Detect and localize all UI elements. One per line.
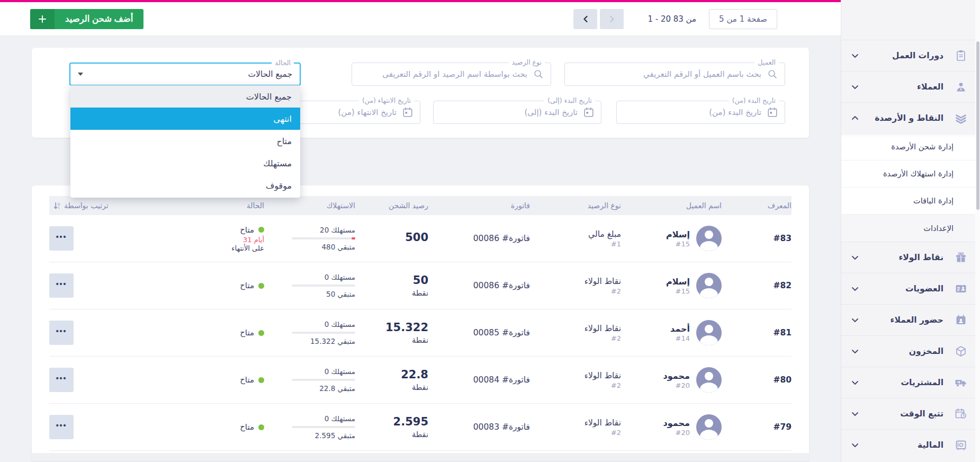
remaining-text: 50 متبقي <box>326 290 355 298</box>
client-name: إسلام <box>666 277 690 287</box>
client-name: محمود <box>663 371 690 381</box>
status-option-consumed[interactable]: مستهلك <box>70 152 300 174</box>
row-id: #83 <box>722 234 792 243</box>
vertical-scrollbar[interactable] <box>975 0 980 462</box>
clipboard-icon <box>954 49 968 63</box>
consumption-progress-bar <box>292 237 355 239</box>
status-select-field: الحالة جميع الحالات جميع الحالات انتهى م… <box>69 63 301 86</box>
table-row: #82 إسلام #15 نقاط الولاء #2 فاتورة# 000… <box>49 262 792 309</box>
balance-type-search-field: نوع الرصيد <box>352 63 551 86</box>
header-sort-by[interactable]: ترتيب بواسطة <box>49 201 178 210</box>
chevron-down-icon <box>851 348 859 355</box>
sidebar-item-label: تتبع الوقت <box>859 409 943 419</box>
scrollbar-thumb[interactable] <box>976 41 979 210</box>
sidebar-subitem-settings[interactable]: الإعدادات <box>841 215 980 242</box>
client-cell: إسلام #15 <box>621 226 722 251</box>
charge-balance-cell: 50 نقطة <box>355 274 428 297</box>
add-button-label: أضف شحن الرصيد <box>55 9 143 29</box>
client-cell: أحمد #14 <box>621 320 722 345</box>
avatar <box>696 414 722 440</box>
search-icon <box>533 68 544 80</box>
sidebar-item-time-tracking[interactable]: تتبع الوقت <box>841 398 980 429</box>
sidebar-item-label: نقاط الولاء <box>859 253 943 262</box>
invoice-cell: فاتورة# 00086 <box>428 234 530 243</box>
header-balance-type[interactable]: نوع الرصيد <box>530 201 621 210</box>
table-row: #81 أحمد #14 نقاط الولاء #2 فاتورة# 0008… <box>49 309 792 357</box>
add-balance-charge-button[interactable]: أضف شحن الرصيد <box>30 9 143 29</box>
sidebar-item-loyalty-points[interactable]: نقاط الولاء <box>841 242 980 273</box>
truck-icon <box>954 376 968 389</box>
balance-type-cell: نقاط الولاء #2 <box>530 417 621 436</box>
chevron-down-icon <box>851 254 859 261</box>
balance-type-cell: نقاط الولاء #2 <box>530 276 621 295</box>
row-actions-button[interactable]: ••• <box>49 226 74 251</box>
table-row: #79 محمود #20 نقاط الولاء #2 فاتورة# 000… <box>49 404 792 451</box>
sidebar-subitem-consume-balances[interactable]: إدارة استهلاك الأرصدة <box>841 161 980 188</box>
avatar <box>696 226 722 251</box>
header-consumption[interactable]: الاستهلاك <box>264 201 355 210</box>
chevron-down-icon <box>851 285 859 292</box>
sidebar-item-work-cycles[interactable]: دورات العمل <box>841 40 980 71</box>
sidebar-item-finance[interactable]: المالية <box>841 429 980 460</box>
sidebar-item-inventory[interactable]: المخزون <box>841 335 980 367</box>
balance-type-name: نقاط الولاء <box>530 370 621 381</box>
gift-icon <box>954 251 968 264</box>
row-id: #80 <box>722 375 792 385</box>
consumption-progress-bar <box>292 426 355 428</box>
avatar <box>696 273 722 298</box>
client-search-field: العميل <box>564 63 785 86</box>
header-status[interactable]: الحالة <box>178 201 264 210</box>
row-actions-cell: ••• <box>49 273 178 298</box>
client-cell: محمود #20 <box>621 367 722 393</box>
sidebar-item-label: النقاط و الأرصدة <box>859 113 943 123</box>
client-id: #15 <box>666 287 690 295</box>
header-id[interactable]: المعرف <box>722 201 792 210</box>
status-option-expired[interactable]: انتهى <box>70 108 300 130</box>
client-id: #20 <box>663 429 690 437</box>
sidebar-item-purchases[interactable]: المشتريات <box>841 367 980 398</box>
status-option-suspended[interactable]: موقوف <box>70 174 300 197</box>
calendar-person-icon <box>954 313 968 327</box>
row-actions-button[interactable]: ••• <box>49 321 74 345</box>
status-select[interactable]: جميع الحالات <box>70 64 300 85</box>
status-green-dot-icon <box>258 330 264 336</box>
page-content: العميل نوع الرصيد الحالة جميع الحالات <box>0 36 841 462</box>
sidebar-item-points-balances[interactable]: النقاط و الأرصدة <box>841 102 980 134</box>
sidebar-item-clients[interactable]: العملاء <box>841 71 980 102</box>
balance-type-id: #1 <box>530 240 621 248</box>
status-green-dot-icon <box>258 377 264 383</box>
row-actions-button[interactable]: ••• <box>49 415 74 439</box>
invoice-cell: فاتورة# 00083 <box>428 422 530 432</box>
header-invoice[interactable]: فاتورة <box>428 201 530 210</box>
remaining-text: 480 متبقي <box>321 243 355 251</box>
start-date-to-label: تاريخ البدء (إلى) <box>544 96 595 105</box>
header-client-name[interactable]: اسم العميل <box>621 201 722 210</box>
balance-amount: 22.8 <box>355 368 428 381</box>
status-option-available[interactable]: متاح <box>70 130 300 152</box>
status-option-all[interactable]: جميع الحالات <box>70 85 300 108</box>
sidebar-item-label: المشتريات <box>859 378 943 387</box>
status-cell: متاح <box>178 328 264 338</box>
next-page-button[interactable] <box>600 9 624 29</box>
sidebar-subitem-packages[interactable]: إدارة الباقات <box>841 188 980 215</box>
row-actions-button[interactable]: ••• <box>49 273 74 298</box>
sidebar-subitem-charge-balances[interactable]: إدارة شحن الأرصدة <box>841 134 980 161</box>
consumed-text: 0 مستهلك <box>325 367 355 376</box>
balance-type-id: #2 <box>530 287 621 295</box>
header-charge-balance[interactable]: رصيد الشحن <box>355 201 428 210</box>
charge-balance-cell: 2.595 نقطة <box>355 415 428 439</box>
consumption-progress-bar <box>292 379 355 381</box>
avatar <box>696 367 722 393</box>
client-search-input[interactable] <box>565 63 785 85</box>
charge-balance-cell: 15.322 نقطة <box>355 321 428 344</box>
prev-page-button[interactable] <box>573 9 597 29</box>
consumed-text: 0 مستهلك <box>325 320 355 328</box>
sort-by-label: ترتيب بواسطة <box>64 201 109 210</box>
end-date-from-label: تاريخ الانتهاء (من) <box>359 96 414 105</box>
status-green-dot-icon <box>258 283 264 289</box>
sort-icon <box>53 201 61 210</box>
row-actions-button[interactable]: ••• <box>49 368 74 392</box>
sidebar-item-memberships[interactable]: العضويات <box>841 273 980 304</box>
charge-balance-cell: 500 <box>355 231 428 246</box>
sidebar-item-client-attendance[interactable]: حضور العملاء <box>841 304 980 335</box>
